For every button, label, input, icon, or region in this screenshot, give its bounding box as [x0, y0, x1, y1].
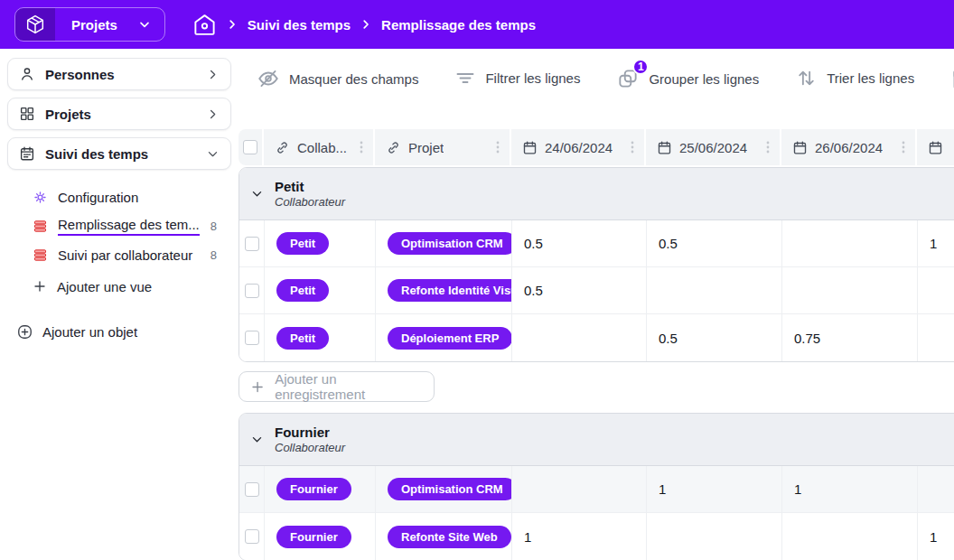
- value-cell[interactable]: [918, 267, 954, 313]
- add-record-button[interactable]: Ajouter un enregistrement: [238, 371, 435, 402]
- view-item-label: Suivi par collaborateur: [58, 247, 192, 263]
- workspace-selector[interactable]: Projets: [14, 7, 165, 42]
- projet-pill[interactable]: Refonte Identité Visuelle: [388, 279, 512, 302]
- sidebar-item-suivi-des-temps[interactable]: Suivi des temps: [7, 137, 231, 170]
- row-checkbox[interactable]: [245, 284, 259, 298]
- view-toolbar: Masquer des champs Filtrer les lignes 1: [238, 49, 954, 129]
- grid-icon: [19, 106, 35, 122]
- column-menu-icon[interactable]: [491, 140, 504, 154]
- group-rows-button[interactable]: 1 Grouper les lignes: [616, 67, 759, 90]
- column-header-date-25-06[interactable]: 25/06/2024: [646, 129, 781, 165]
- group-subtitle: Collaborateur: [275, 195, 345, 210]
- collaborateur-cell[interactable]: Petit: [265, 267, 376, 313]
- calendar-icon: [792, 140, 808, 155]
- value-cell[interactable]: [512, 466, 647, 512]
- select-all-checkbox[interactable]: [243, 140, 257, 154]
- breadcrumb-item-suivi-des-temps[interactable]: Suivi des temps: [248, 17, 351, 33]
- value-cell[interactable]: [647, 513, 782, 560]
- collaborateur-pill[interactable]: Petit: [276, 327, 329, 350]
- breadcrumb-separator-icon: [360, 18, 372, 31]
- table-row: Fournier Refonte Site Web 1 1: [239, 513, 954, 560]
- collaborateur-pill[interactable]: Petit: [276, 279, 329, 302]
- group-header[interactable]: Petit Collaborateur: [239, 168, 954, 220]
- projet-cell[interactable]: Refonte Identité Visuelle: [376, 267, 512, 313]
- value-cell[interactable]: [647, 267, 782, 313]
- collaborateur-cell[interactable]: Petit: [265, 314, 376, 361]
- value-cell[interactable]: [782, 513, 918, 560]
- table-header-row: Collab... Projet: [238, 129, 954, 165]
- add-record-label: Ajouter un enregistrement: [275, 371, 423, 402]
- value-cell[interactable]: 0.5: [647, 314, 782, 361]
- group-title: Petit: [275, 178, 345, 196]
- collaborateur-cell[interactable]: Fournier: [265, 466, 376, 512]
- link-icon: [386, 140, 401, 155]
- projet-pill[interactable]: Refonte Site Web: [388, 526, 511, 548]
- sort-rows-button[interactable]: Trier les lignes: [795, 67, 914, 89]
- value-cell[interactable]: [782, 267, 918, 313]
- projet-pill[interactable]: Déploiement ERP: [388, 327, 512, 350]
- column-header-date-partial[interactable]: [917, 129, 954, 165]
- sidebar-item-projets[interactable]: Projets: [7, 98, 231, 130]
- projet-cell[interactable]: Déploiement ERP: [376, 314, 512, 361]
- projet-cell[interactable]: Optimisation CRM: [376, 466, 512, 512]
- person-icon: [19, 66, 35, 82]
- group-icon: 1: [616, 67, 640, 90]
- column-menu-icon[interactable]: [626, 140, 639, 154]
- row-checkbox[interactable]: [245, 237, 259, 251]
- hide-fields-button[interactable]: Masquer des champs: [257, 67, 418, 90]
- column-label: Projet: [408, 140, 444, 155]
- row-checkbox[interactable]: [245, 482, 259, 497]
- column-menu-icon[interactable]: [762, 140, 774, 154]
- add-view-button[interactable]: Ajouter une vue: [7, 271, 231, 302]
- sidebar-item-personnes[interactable]: Personnes: [7, 58, 231, 90]
- collaborateur-pill[interactable]: Fournier: [276, 478, 351, 500]
- app-logo-icon: [15, 7, 55, 42]
- value-cell[interactable]: [512, 314, 647, 361]
- value-cell[interactable]: 0.5: [512, 220, 647, 266]
- projet-cell[interactable]: Refonte Site Web: [376, 513, 512, 560]
- projet-pill[interactable]: Optimisation CRM: [388, 232, 512, 255]
- table-row: Fournier Optimisation CRM 1 1: [239, 466, 954, 513]
- collaborateur-pill[interactable]: Petit: [276, 232, 329, 255]
- value-cell[interactable]: [918, 314, 954, 361]
- projet-pill[interactable]: Optimisation CRM: [388, 478, 512, 500]
- view-item-configuration[interactable]: Configuration: [7, 182, 231, 211]
- value-cell[interactable]: 1: [782, 466, 918, 512]
- value-cell[interactable]: 0.75: [782, 314, 918, 361]
- value-cell[interactable]: 1: [512, 513, 647, 560]
- value-cell[interactable]: 0.5: [512, 267, 647, 313]
- collaborateur-cell[interactable]: Petit: [265, 220, 376, 266]
- column-menu-icon[interactable]: [897, 140, 910, 154]
- row-checkbox[interactable]: [245, 529, 259, 544]
- column-menu-icon[interactable]: [355, 140, 368, 154]
- gear-icon: [33, 190, 48, 205]
- value-cell[interactable]: [918, 466, 954, 512]
- filter-icon: [454, 67, 476, 89]
- collaborateur-cell[interactable]: Fournier: [265, 513, 376, 560]
- group-header[interactable]: Fournier Collaborateur: [239, 414, 954, 466]
- toolbar-label: Filtrer les lignes: [485, 70, 580, 86]
- view-item-label-active: Remplissage des tem...: [58, 217, 200, 236]
- value-cell[interactable]: 1: [918, 513, 954, 560]
- view-item-suivi-par-collaborateur[interactable]: Suivi par collaborateur 8: [7, 240, 231, 269]
- group-petit: Petit Collaborateur Petit Optimisation C…: [238, 167, 954, 362]
- select-all-header-cell[interactable]: [238, 129, 264, 165]
- home-button[interactable]: [192, 13, 217, 37]
- column-header-collaborateur[interactable]: Collab...: [264, 129, 375, 165]
- collaborateur-pill[interactable]: Fournier: [276, 526, 351, 548]
- column-header-date-26-06[interactable]: 26/06/2024: [781, 129, 917, 165]
- filter-rows-button[interactable]: Filtrer les lignes: [454, 67, 580, 89]
- value-cell[interactable]: 1: [918, 220, 954, 266]
- projet-cell[interactable]: Optimisation CRM: [376, 220, 512, 266]
- column-header-projet[interactable]: Projet: [375, 129, 511, 165]
- row-checkbox[interactable]: [245, 331, 259, 345]
- value-cell[interactable]: [782, 220, 918, 266]
- view-item-remplissage[interactable]: Remplissage des tem... 8: [7, 211, 231, 240]
- add-object-button[interactable]: Ajouter un objet: [7, 316, 231, 347]
- breadcrumb-item-remplissage-des-temps[interactable]: Remplissage des temps: [381, 17, 536, 33]
- value-cell[interactable]: 0.5: [647, 220, 782, 266]
- calendar-icon: [928, 140, 943, 155]
- view-type-button[interactable]: Tableau: [950, 67, 954, 91]
- value-cell[interactable]: 1: [647, 466, 782, 512]
- column-header-date-24-06[interactable]: 24/06/2024: [511, 129, 646, 165]
